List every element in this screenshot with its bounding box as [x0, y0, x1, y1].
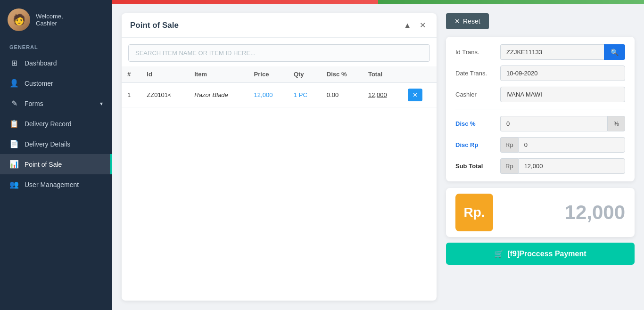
sidebar-item-label: Delivery Details: [25, 140, 70, 148]
panel-controls: ▲ ✕: [401, 20, 428, 31]
sidebar-item-label: Customer: [25, 80, 53, 87]
disc-rp-label: Disc Rp: [455, 141, 495, 148]
reset-icon: ✕: [454, 17, 460, 25]
process-payment-button[interactable]: 🛒 [f9]Proccess Payment: [446, 243, 635, 265]
rp-prefix: Rp: [500, 137, 518, 153]
panel-minimize-button[interactable]: ▲: [401, 20, 413, 31]
sub-total-input-group: Rp: [500, 158, 625, 174]
pos-icon: 📊: [9, 160, 19, 169]
disc-rp-input-group: Rp: [500, 137, 625, 153]
col-header-price: Price: [248, 66, 288, 82]
form-section: Id Trans. 🔍 Date Trans. Cashier: [446, 37, 635, 181]
id-trans-input[interactable]: [500, 44, 604, 60]
role-label: Cashier: [36, 20, 63, 27]
sidebar-item-dashboard[interactable]: ⊞ Dashboard: [0, 53, 112, 73]
general-section-label: GENERAL: [0, 40, 112, 53]
red-progress-bar: [112, 0, 378, 4]
delete-row-button[interactable]: ✕: [408, 89, 422, 101]
search-input[interactable]: [128, 44, 430, 62]
customer-icon: 👤: [9, 79, 19, 88]
content-area: Point of Sale ▲ ✕ # Id Item Price Qty: [112, 4, 644, 310]
sidebar-item-label: Point of Sale: [25, 161, 62, 168]
green-progress-bar: [378, 0, 644, 4]
row-price: 12,000: [248, 82, 288, 107]
sub-total-row: Sub Total Rp: [455, 158, 625, 174]
process-payment-label: [f9]Proccess Payment: [507, 250, 586, 258]
sidebar-item-point-of-sale[interactable]: 📊 Point of Sale: [0, 154, 112, 174]
reset-button[interactable]: ✕ Reset: [446, 13, 489, 29]
pos-panel: Point of Sale ▲ ✕ # Id Item Price Qty: [122, 13, 437, 301]
col-header-action: [402, 66, 437, 82]
col-header-total: Total: [363, 66, 402, 82]
sidebar: 🧑 Welcome, Cashier GENERAL ⊞ Dashboard 👤…: [0, 0, 112, 310]
id-trans-row: Id Trans. 🔍: [455, 44, 625, 60]
disc-pct-label: Disc %: [455, 120, 495, 127]
row-qty: 1 PC: [288, 82, 321, 107]
col-header-qty: Qty: [288, 66, 321, 82]
row-id: ZZ0101<: [141, 82, 189, 107]
row-total: 12,000: [363, 82, 402, 107]
disc-pct-input[interactable]: [500, 116, 607, 131]
sub-total-rp-prefix: Rp: [500, 158, 518, 174]
row-disc: 0.00: [321, 82, 363, 107]
delivery-record-icon: 📋: [9, 119, 19, 128]
pos-panel-title: Point of Sale: [130, 21, 179, 30]
id-trans-label: Id Trans.: [455, 49, 495, 56]
welcome-block: Welcome, Cashier: [36, 13, 63, 27]
cart-icon: 🛒: [494, 249, 504, 258]
avatar-image: 🧑: [8, 8, 30, 31]
pos-panel-header: Point of Sale ▲ ✕: [122, 13, 437, 38]
delivery-details-icon: 📄: [9, 139, 19, 148]
chevron-down-icon: ▾: [100, 100, 103, 107]
sidebar-item-label: Delivery Record: [25, 120, 72, 128]
disc-rp-row: Disc Rp Rp: [455, 137, 625, 153]
cashier-input[interactable]: [500, 87, 625, 102]
sidebar-header: 🧑 Welcome, Cashier: [0, 0, 112, 40]
row-action: ✕: [402, 82, 437, 107]
sidebar-item-delivery-details[interactable]: 📄 Delivery Details: [0, 134, 112, 154]
row-item: Razor Blade: [189, 82, 248, 107]
items-table: # Id Item Price Qty Disc % Total 1 ZZ010…: [122, 66, 437, 107]
sidebar-item-label: Forms: [25, 100, 43, 107]
col-header-item: Item: [189, 66, 248, 82]
sub-total-input[interactable]: [518, 158, 625, 174]
table-row: 1 ZZ0101< Razor Blade 12,000 1 PC 0.00 1…: [122, 82, 437, 107]
disc-rp-input[interactable]: [518, 137, 625, 153]
right-panel: ✕ Reset Id Trans. 🔍 Date Trans.: [446, 13, 635, 301]
cashier-label: Cashier: [455, 91, 495, 98]
sidebar-item-label: Dashboard: [25, 59, 57, 67]
form-divider: [455, 109, 625, 109]
main-content: Point of Sale ▲ ✕ # Id Item Price Qty: [112, 0, 644, 310]
reset-label: Reset: [463, 17, 480, 25]
sidebar-item-delivery-record[interactable]: 📋 Delivery Record: [0, 114, 112, 134]
sidebar-item-customer[interactable]: 👤 Customer: [0, 73, 112, 93]
avatar: 🧑: [8, 8, 30, 31]
date-trans-input[interactable]: [500, 65, 625, 81]
row-num: 1: [122, 82, 141, 107]
total-amount: 12,000: [565, 201, 625, 224]
disc-pct-input-group: %: [500, 116, 625, 131]
date-trans-label: Date Trans.: [455, 70, 495, 77]
id-trans-input-group: 🔍: [500, 44, 625, 60]
sidebar-item-forms[interactable]: ✎ Forms ▾: [0, 93, 112, 114]
sub-total-label: Sub Total: [455, 163, 495, 170]
user-mgmt-icon: 👥: [9, 180, 19, 189]
col-header-num: #: [122, 66, 141, 82]
panel-close-button[interactable]: ✕: [417, 20, 428, 31]
cashier-row: Cashier: [455, 87, 625, 102]
col-header-disc: Disc %: [321, 66, 363, 82]
disc-pct-row: Disc % %: [455, 116, 625, 131]
table-header-row: # Id Item Price Qty Disc % Total: [122, 66, 437, 82]
sidebar-item-user-management[interactable]: 👥 User Management: [0, 174, 112, 195]
rp-badge: Rp.: [455, 194, 493, 231]
dashboard-icon: ⊞: [9, 58, 19, 67]
welcome-label: Welcome,: [36, 13, 63, 20]
col-header-id: Id: [141, 66, 189, 82]
percent-button[interactable]: %: [607, 116, 625, 131]
sidebar-item-label: User Management: [25, 181, 79, 188]
date-trans-row: Date Trans.: [455, 65, 625, 81]
search-bar: [128, 44, 430, 62]
id-trans-search-button[interactable]: 🔍: [604, 44, 625, 60]
top-progress-bars: [112, 0, 644, 4]
payment-section: Rp. 12,000: [446, 188, 635, 237]
